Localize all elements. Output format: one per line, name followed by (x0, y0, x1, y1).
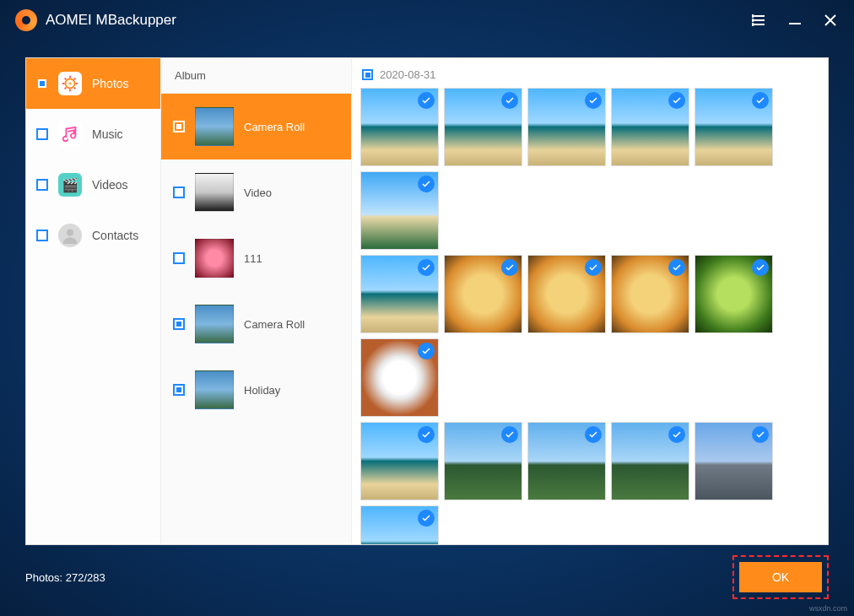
album-column: Album Camera Roll Video 111 Camera Roll … (161, 58, 352, 544)
photo-grid[interactable]: 2020-08-31 2019-12-03 Queena LeeApple ID… (352, 58, 828, 544)
selected-check-icon (668, 426, 685, 443)
checkbox-icon[interactable] (173, 186, 185, 198)
photo-thumbnail[interactable] (695, 255, 773, 333)
photo-thumbnail[interactable] (360, 88, 439, 166)
album-item[interactable]: Camera Roll (161, 94, 351, 159)
album-thumb-icon (195, 305, 234, 343)
photo-thumbnail[interactable] (360, 422, 439, 500)
category-label: Videos (92, 178, 128, 192)
selected-check-icon (752, 426, 769, 443)
album-label: Camera Roll (244, 318, 305, 331)
app-title: AOMEI MBackupper (46, 12, 176, 29)
album-label: Camera Roll (244, 121, 305, 133)
footer: Photos: 272/283 OK (25, 554, 829, 601)
checkbox-icon[interactable] (173, 252, 185, 264)
svg-point-1 (752, 19, 754, 21)
ok-highlight: OK (732, 555, 829, 599)
selected-check-icon (418, 426, 435, 443)
close-icon[interactable] (822, 12, 839, 29)
selected-check-icon (585, 426, 602, 443)
checkbox-icon[interactable] (173, 318, 185, 330)
album-item[interactable]: Holiday (161, 357, 351, 423)
selected-check-icon (418, 510, 435, 527)
photo-thumbnail[interactable] (611, 255, 689, 333)
album-thumb-icon (195, 239, 234, 278)
photo-thumbnail[interactable] (611, 88, 689, 166)
svg-point-5 (67, 230, 73, 236)
album-item[interactable]: Video (161, 159, 351, 225)
photo-thumbnail[interactable] (360, 171, 439, 250)
category-contacts[interactable]: Contacts (26, 210, 160, 261)
album-item[interactable]: 111 (161, 225, 351, 291)
album-thumb-icon (195, 173, 234, 212)
album-thumb-icon (195, 107, 234, 146)
photo-thumbnail[interactable] (444, 255, 522, 333)
selected-check-icon (418, 259, 435, 276)
selected-check-icon (668, 259, 685, 276)
selected-check-icon (585, 92, 602, 109)
checkbox-icon[interactable] (36, 128, 48, 140)
category-music[interactable]: Music (26, 109, 160, 159)
app-logo-icon (15, 9, 37, 31)
category-label: Photos (92, 77, 129, 90)
checkbox-icon[interactable] (362, 69, 373, 80)
selected-check-icon (501, 426, 518, 443)
selected-check-icon (418, 92, 435, 109)
album-thumb-icon (195, 370, 234, 409)
photo-thumbnail[interactable] (527, 422, 606, 500)
album-label: 111 (244, 252, 262, 265)
photo-thumbnail[interactable] (527, 88, 606, 166)
category-videos[interactable]: 🎬 Videos (26, 159, 160, 210)
svg-point-0 (752, 15, 754, 17)
photo-thumbnail[interactable] (360, 255, 439, 333)
selected-check-icon (501, 92, 518, 109)
contacts-icon (58, 224, 82, 247)
svg-point-4 (68, 82, 72, 85)
photos-icon (58, 72, 82, 95)
album-label: Holiday (244, 384, 280, 397)
selected-check-icon (668, 92, 685, 109)
videos-icon: 🎬 (58, 173, 82, 197)
photo-thumbnail[interactable] (611, 422, 689, 500)
svg-point-2 (752, 24, 754, 25)
selected-check-icon (501, 259, 518, 276)
checkbox-icon[interactable] (173, 384, 185, 396)
checkbox-icon[interactable] (173, 121, 185, 132)
date-group-header[interactable]: 2020-08-31 (362, 68, 819, 81)
category-column: Photos Music 🎬 Videos Contacts (26, 58, 161, 544)
photo-thumbnail[interactable] (444, 422, 522, 500)
album-item[interactable]: Camera Roll (161, 291, 351, 357)
workspace: Photos Music 🎬 Videos Contacts Album (25, 57, 829, 545)
titlebar: AOMEI MBackupper (0, 0, 854, 41)
selected-check-icon (752, 92, 769, 109)
minimize-icon[interactable] (786, 12, 803, 29)
album-header: Album (161, 58, 351, 94)
category-photos[interactable]: Photos (26, 58, 160, 109)
checkbox-icon[interactable] (36, 230, 48, 241)
photo-thumbnail[interactable] (695, 88, 773, 166)
selected-check-icon (418, 176, 435, 192)
checkbox-icon[interactable] (36, 179, 48, 191)
album-label: Video (244, 186, 272, 199)
checkbox-icon[interactable] (36, 78, 48, 89)
music-icon (58, 122, 82, 146)
selected-check-icon (585, 259, 602, 276)
selected-check-icon (418, 343, 435, 359)
status-text: Photos: 272/283 (25, 571, 105, 584)
date-label: 2020-08-31 (380, 68, 436, 81)
selected-check-icon (752, 259, 769, 276)
photo-thumbnail[interactable] (360, 505, 439, 544)
photo-thumbnail[interactable] (527, 255, 606, 333)
photo-thumbnail[interactable] (695, 422, 773, 500)
watermark: wsxdn.com (809, 604, 847, 613)
ok-button[interactable]: OK (739, 562, 822, 592)
photo-thumbnail[interactable] (444, 88, 522, 166)
category-label: Contacts (92, 229, 138, 242)
category-label: Music (92, 127, 123, 141)
photo-thumbnail[interactable] (360, 338, 439, 417)
list-view-icon[interactable] (751, 12, 768, 29)
